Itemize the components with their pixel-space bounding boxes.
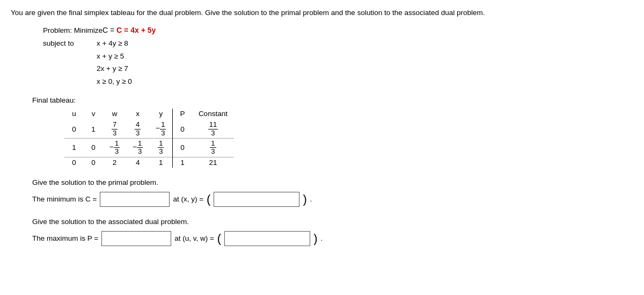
- primal-solution-line: The minimum is C = at (x, y) = ( ) .: [32, 192, 633, 207]
- r2-x: − 1 3: [126, 139, 149, 157]
- objective-function: C = C = 4x + 5y: [103, 24, 156, 37]
- dual-max-label: The maximum is P =: [32, 234, 98, 242]
- r2-x-frac: 1 3: [137, 140, 143, 156]
- r3-u: 0: [64, 157, 84, 168]
- tableau-row-2: 1 0 − 1 3 − 1 3 1 3: [64, 139, 234, 157]
- dual-left-paren: (: [217, 233, 221, 244]
- r2-u: 1: [64, 139, 84, 157]
- col-header-u: u: [64, 109, 84, 120]
- r2-w-num: 1: [114, 140, 120, 148]
- tableau-header-row: u v w x y P Constant: [64, 109, 234, 120]
- r2-y: 1 3: [149, 139, 173, 157]
- col-header-x: x: [126, 109, 149, 120]
- tableau-row-1: 0 1 7 3 4 3 − 1 3: [64, 120, 234, 138]
- r3-y: 1: [149, 157, 173, 168]
- primal-xy-input[interactable]: [214, 192, 299, 207]
- r3-w: 2: [103, 157, 126, 168]
- primal-min-label: The minimum is C =: [32, 195, 97, 203]
- col-header-w: w: [103, 109, 126, 120]
- r1-const-num: 11: [208, 121, 218, 129]
- r3-x: 4: [126, 157, 149, 168]
- dual-p-input[interactable]: [101, 231, 171, 246]
- r1-y-den: 3: [160, 129, 166, 137]
- primal-right-paren: ): [303, 193, 306, 205]
- col-header-p: P: [173, 109, 192, 120]
- tableau-wrapper: u v w x y P Constant 0 1 7 3: [64, 109, 633, 167]
- col-header-v: v: [84, 109, 103, 120]
- r2-x-num: 1: [137, 140, 143, 148]
- r1-x-den: 3: [135, 129, 141, 137]
- primal-at-label: at (x, y) =: [173, 195, 203, 203]
- r1-const: 11 3: [192, 120, 234, 138]
- problem-minimize-label: Problem: Minimize: [43, 25, 103, 37]
- simplex-tableau: u v w x y P Constant 0 1 7 3: [64, 109, 234, 167]
- final-tableau-label: Final tableau:: [32, 96, 633, 104]
- r2-y-num: 1: [158, 140, 164, 148]
- r2-const-den: 3: [210, 148, 216, 155]
- r2-v: 0: [84, 139, 103, 157]
- r1-w-den: 3: [112, 129, 118, 137]
- r2-w-den: 3: [114, 148, 120, 155]
- r2-x-den: 3: [137, 148, 143, 155]
- r2-const: 1 3: [192, 139, 234, 157]
- tableau-row-3: 0 0 2 4 1 1 21: [64, 157, 234, 168]
- constraint-2: x + y ≥ 5: [97, 50, 132, 63]
- r1-w-frac: 7 3: [112, 121, 118, 137]
- primal-left-paren: (: [207, 193, 210, 205]
- r2-y-den: 3: [158, 148, 164, 155]
- primal-period: .: [310, 195, 312, 203]
- r2-const-num: 1: [210, 140, 216, 148]
- objective-math: C = 4x + 5y: [116, 26, 156, 34]
- dual-solution-block: The maximum is P = at (u, v, w) = ( ) .: [32, 231, 633, 246]
- dual-period: .: [320, 234, 323, 242]
- dual-uvw-input[interactable]: [224, 231, 310, 246]
- r1-p: 0: [173, 120, 192, 138]
- r2-y-frac: 1 3: [158, 140, 164, 156]
- r1-const-frac: 11 3: [208, 121, 218, 137]
- r3-p: 1: [173, 157, 192, 168]
- r1-u: 0: [64, 120, 84, 138]
- col-header-constant: Constant: [192, 109, 234, 120]
- r1-v: 1: [84, 120, 103, 138]
- dual-right-paren: ): [313, 233, 317, 244]
- r2-p: 0: [173, 139, 192, 157]
- constraints-block: x + 4y ≥ 8 x + y ≥ 5 2x + y ≥ 7 x ≥ 0, y…: [97, 37, 132, 88]
- r1-x-num: 4: [135, 121, 141, 129]
- r1-x: 4 3: [126, 120, 149, 138]
- r1-const-den: 3: [210, 129, 216, 137]
- constraint-4: x ≥ 0, y ≥ 0: [97, 75, 132, 88]
- constraint-1: x + 4y ≥ 8: [97, 37, 132, 50]
- primal-c-input[interactable]: [100, 192, 170, 207]
- r3-v: 0: [84, 157, 103, 168]
- r1-x-frac: 4 3: [135, 121, 141, 137]
- r3-const: 21: [192, 157, 234, 168]
- r2-w-frac: 1 3: [114, 140, 120, 156]
- col-header-y: y: [149, 109, 173, 120]
- r1-y-frac: 1 3: [160, 121, 166, 137]
- primal-solution-block: The minimum is C = at (x, y) = ( ) .: [32, 192, 633, 207]
- r1-w: 7 3: [103, 120, 126, 138]
- r1-w-num: 7: [112, 121, 118, 129]
- give-dual-text: Give the solution to the associated dual…: [32, 218, 633, 226]
- constraint-3: 2x + y ≥ 7: [97, 62, 132, 75]
- dual-solution-line: The maximum is P = at (u, v, w) = ( ) .: [32, 231, 633, 246]
- subject-to-label: subject to: [43, 38, 97, 50]
- intro-text: You are given the final simplex tableau …: [11, 9, 633, 17]
- r1-y-num: 1: [160, 121, 166, 129]
- r1-y: − 1 3: [149, 120, 173, 138]
- r2-w: − 1 3: [103, 139, 126, 157]
- give-primal-text: Give the solution to the primal problem.: [32, 178, 633, 186]
- r2-const-frac: 1 3: [210, 140, 216, 156]
- dual-at-label: at (u, v, w) =: [174, 234, 214, 242]
